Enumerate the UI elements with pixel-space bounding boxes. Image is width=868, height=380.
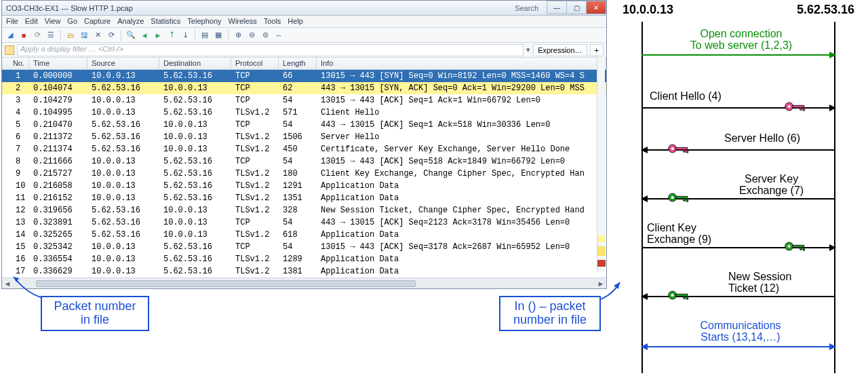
table-row[interactable]: 100.21605810.0.0.135.62.53.16TLSv1.21291… <box>2 180 606 192</box>
bookmark-icon[interactable] <box>5 45 14 55</box>
table-row[interactable]: 80.21166610.0.0.135.62.53.16TCP5413015 →… <box>2 155 606 168</box>
menu-wireless[interactable]: Wireless <box>229 17 257 26</box>
key-icon-green-3 <box>667 289 690 301</box>
window-title: CO3-CH3c-EX1 --- Slow HTTP 1.pcap <box>6 4 133 12</box>
col-protocol[interactable]: Protocol <box>231 58 279 69</box>
table-row[interactable]: 160.33655410.0.0.135.62.53.16TLSv1.21289… <box>2 253 606 265</box>
lifeline-right <box>834 22 835 373</box>
svg-point-1 <box>788 105 791 108</box>
table-row[interactable]: 40.10499510.0.0.135.62.53.16TLSv1.2571Cl… <box>2 107 606 119</box>
label-server-key-exchange: Server KeyExchange (7) <box>739 174 804 197</box>
close-file-icon[interactable]: ✕ <box>92 30 103 41</box>
filter-drop-icon[interactable]: ▾ <box>526 45 530 54</box>
filter-plus-button[interactable]: + <box>590 44 604 56</box>
label-server-hello: Server Hello (6) <box>724 133 800 145</box>
table-row[interactable]: 130.3238915.62.53.1610.0.0.13TCP54443 → … <box>2 216 606 229</box>
table-row[interactable]: 20.1040745.62.53.1610.0.0.13TCP62443 → 1… <box>2 82 606 94</box>
toolbar: ◢ ■ ⟳ ☰ 🗁 🖫 ✕ ⟳ 🔍 ◄ ► ⤒ ⤓ ▤ ▦ ⊕ ⊖ ⊜ ↔ <box>2 28 606 43</box>
table-row[interactable]: 140.3252655.62.53.1610.0.0.13TLSv1.2618A… <box>2 229 606 241</box>
col-source[interactable]: Source <box>87 58 159 69</box>
menubar: File Edit View Go Capture Analyze Statis… <box>2 16 606 28</box>
column-headers: No. Time Source Destination Protocol Len… <box>2 58 606 70</box>
menu-file[interactable]: File <box>6 17 18 26</box>
display-filter-input[interactable]: Apply a display filter … <Ctrl-/> <box>17 44 524 56</box>
col-length[interactable]: Length <box>279 58 317 69</box>
table-row[interactable]: 110.21615210.0.0.135.62.53.16TLSv1.21351… <box>2 192 606 204</box>
zoom-in-icon[interactable]: ⊕ <box>233 30 243 41</box>
go-first-icon[interactable]: ⤓ <box>180 30 191 41</box>
svg-rect-22 <box>676 294 688 296</box>
resize-cols-icon[interactable]: ↔ <box>273 30 284 41</box>
svg-rect-23 <box>684 297 686 299</box>
col-no[interactable]: No. <box>2 58 29 69</box>
sequence-diagram: 10.0.0.13 5.62.53.16 Open connectionTo w… <box>623 3 854 377</box>
zoom-11-icon[interactable]: ⊜ <box>260 30 271 41</box>
table-row[interactable]: 170.33662910.0.0.135.62.53.16TLSv1.21381… <box>2 265 606 278</box>
table-row[interactable]: 60.2113725.62.53.1610.0.0.13TLSv1.21506S… <box>2 131 606 143</box>
find-icon[interactable]: 🔍 <box>125 30 136 41</box>
menu-edit[interactable]: Edit <box>25 17 38 26</box>
menu-help[interactable]: Help <box>288 17 303 26</box>
table-row[interactable]: 90.21572710.0.0.135.62.53.16TLSv1.2180Cl… <box>2 168 606 180</box>
colorize-icon[interactable]: ▦ <box>213 30 224 41</box>
seq-right-ip: 5.62.53.16 <box>797 3 854 17</box>
capture-options-icon[interactable]: ☰ <box>45 30 56 41</box>
capture-restart-icon[interactable]: ⟳ <box>32 30 43 41</box>
svg-point-11 <box>671 196 674 199</box>
label-client-key-exchange: Client KeyExchange (9) <box>647 223 711 246</box>
svg-point-16 <box>788 245 791 248</box>
svg-rect-12 <box>676 196 688 198</box>
key-icon-green-2 <box>784 240 807 252</box>
go-pkt-icon[interactable]: ⤒ <box>166 30 177 41</box>
label-client-hello: Client Hello (4) <box>650 91 722 102</box>
scroll-thumb[interactable] <box>36 280 416 287</box>
maximize-button[interactable]: ▢ <box>566 1 587 14</box>
table-row[interactable]: 70.2113745.62.53.1610.0.0.13TLSv1.2450Ce… <box>2 143 606 155</box>
mini-map <box>597 56 605 272</box>
col-destination[interactable]: Destination <box>159 58 231 69</box>
table-row[interactable]: 10.00000010.0.0.135.62.53.16TCP6613015 →… <box>2 70 606 82</box>
capture-start-icon[interactable]: ◢ <box>5 30 16 41</box>
autoscroll-icon[interactable]: ▤ <box>199 30 210 41</box>
go-next-icon[interactable]: ► <box>153 30 163 41</box>
msg-open-connection <box>642 54 835 56</box>
col-time[interactable]: Time <box>29 58 87 69</box>
packet-list[interactable]: 10.00000010.0.0.135.62.53.16TCP6613015 →… <box>2 70 606 278</box>
horizontal-scrollbar[interactable]: ◄ ► <box>2 278 606 288</box>
reload-icon[interactable]: ⟳ <box>106 30 117 41</box>
menu-telephony[interactable]: Telephony <box>187 17 221 26</box>
table-row[interactable]: 30.10427910.0.0.135.62.53.16TCP5413015 →… <box>2 94 606 107</box>
titlebar: CO3-CH3c-EX1 --- Slow HTTP 1.pcap Search… <box>2 1 606 16</box>
menu-go[interactable]: Go <box>67 17 77 26</box>
svg-point-6 <box>671 147 674 150</box>
table-row[interactable]: 150.32534210.0.0.135.62.53.16TCP5413015 … <box>2 241 606 253</box>
svg-rect-8 <box>684 150 686 152</box>
msg-communications-start <box>642 346 835 347</box>
table-row[interactable]: 50.2104705.62.53.1610.0.0.13TCP54443 → 1… <box>2 119 606 131</box>
menu-analyze[interactable]: Analyze <box>117 17 144 26</box>
minimize-button[interactable]: — <box>547 1 567 14</box>
capture-stop-icon[interactable]: ■ <box>18 30 29 41</box>
save-icon[interactable]: 🖫 <box>79 30 90 41</box>
menu-capture[interactable]: Capture <box>84 17 111 26</box>
close-button[interactable]: ✕ <box>586 1 606 14</box>
open-icon[interactable]: 🗁 <box>65 30 76 41</box>
svg-rect-9 <box>686 150 688 153</box>
svg-rect-13 <box>684 199 686 201</box>
callout-packet-number: Packet numberin file <box>41 296 149 331</box>
menu-tools[interactable]: Tools <box>264 17 281 26</box>
table-row[interactable]: 120.3196565.62.53.1610.0.0.13TLSv1.2328N… <box>2 204 606 216</box>
go-prev-icon[interactable]: ◄ <box>139 30 150 41</box>
col-info[interactable]: Info <box>317 58 606 69</box>
svg-rect-7 <box>676 147 688 149</box>
zoom-out-icon[interactable]: ⊖ <box>246 30 257 41</box>
label-communications-start: CommunicationsStarts (13,14,…) <box>679 320 802 343</box>
menu-statistics[interactable]: Statistics <box>151 17 180 26</box>
key-icon-pink-2 <box>667 142 690 155</box>
callout-paren-packet-number: In () – packetnumber in file <box>499 296 601 331</box>
svg-point-21 <box>671 294 674 297</box>
expression-button[interactable]: Expression… <box>533 44 587 56</box>
svg-rect-18 <box>800 248 802 250</box>
menu-view[interactable]: View <box>45 17 61 26</box>
svg-rect-3 <box>800 108 802 110</box>
